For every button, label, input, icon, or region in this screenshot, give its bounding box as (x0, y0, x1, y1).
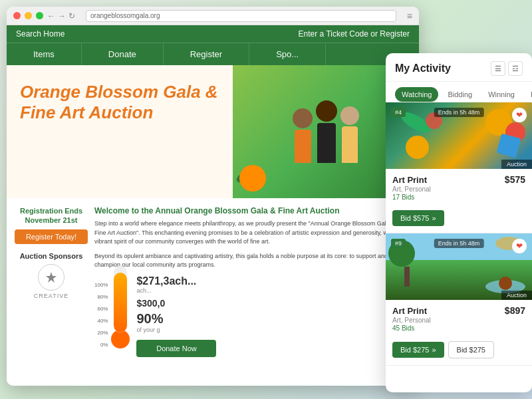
bid-button-1[interactable]: Bid $575 » (392, 210, 444, 226)
activity-title: My Activity (395, 63, 451, 74)
thermometer-wrapper: 100% 80% 60% 40% 20% 0% (94, 275, 130, 348)
raised-amount: $271,3ach... (136, 275, 411, 287)
registration-label: Registration Ends November 21st (15, 206, 88, 225)
search-home-link[interactable]: Search Home (16, 29, 65, 39)
hero-text: Orange Blossom Gala & Fine Art Auction (7, 65, 233, 198)
sponsors-box: Auction Sponsors CREATIVE (15, 252, 88, 299)
address-text: orangeblossomgala.org (90, 12, 160, 19)
more-icon[interactable]: ≡ (407, 11, 412, 21)
hero-title: Orange Blossom Gala & Fine Art Auction (20, 82, 219, 123)
bid-button-label-1: Bid $575 (400, 214, 429, 222)
view-toggle: ☰ ☲ (491, 61, 523, 76)
register-today-button[interactable]: Register Today! (15, 229, 88, 244)
item-card-2: #9 Ends in 5h 48m ❤ Auction Art Print $8… (386, 233, 532, 366)
forward-icon[interactable]: → (58, 11, 66, 21)
browser-nav: ← → ↻ (47, 11, 75, 21)
people-photo (293, 100, 359, 163)
tab-purchases[interactable]: Purchases (524, 87, 532, 102)
activity-panel: My Activity ☰ ☲ Watching Bidding Winning… (386, 53, 532, 392)
welcome-text-1: Step into a world where elegance meets p… (94, 219, 411, 247)
thermometer (114, 266, 127, 332)
item-category-2: Art, Personal (392, 317, 525, 324)
raised-label: ach... (136, 287, 411, 294)
site-navbar: Items Donate Register Spo... (7, 43, 419, 65)
thermometer-section: 100% 80% 60% 40% 20% 0% (94, 275, 411, 357)
sponsor-name: CREATIVE (34, 293, 68, 299)
minimize-button[interactable] (25, 12, 32, 19)
item-actions-1: Bid $575 » (386, 206, 532, 233)
goal-percent: 90% (136, 311, 411, 327)
item-bids-1: 17 Bids (392, 194, 525, 201)
item-image-1: #4 Ends in 5h 48m ❤ Auction (386, 102, 532, 169)
bid-button-2[interactable]: Bid $275 » (392, 342, 444, 358)
item-price-2: $897 (505, 305, 525, 316)
nav-sponsors[interactable]: Spo... (249, 43, 326, 65)
donation-stats: $271,3ach... ach... $300,0 90% of your g… (136, 275, 411, 357)
left-sidebar: Registration Ends November 21st Register… (15, 206, 88, 378)
item-auction-label-1: Auction (501, 160, 532, 169)
item-card-1: #4 Ends in 5h 48m ❤ Auction Art Print $5… (386, 102, 532, 233)
reload-icon[interactable]: ↻ (68, 11, 75, 21)
alt-bid-button-2[interactable]: Bid $275 (448, 341, 494, 358)
nav-donate[interactable]: Donate (82, 43, 164, 65)
main-content: Registration Ends November 21st Register… (7, 198, 419, 386)
orange-decor (239, 165, 266, 192)
therm-scale: 100% 80% 60% 40% 20% 0% (94, 282, 108, 348)
grid-view-icon[interactable]: ☲ (508, 61, 523, 76)
browser-window: ← → ↻ orangeblossomgala.org ≡ Search Hom… (7, 7, 419, 386)
sponsors-label: Auction Sponsors (15, 252, 88, 260)
activity-tabs: Watching Bidding Winning Purchases (386, 82, 532, 102)
item-heart-2[interactable]: ❤ (512, 239, 527, 253)
browser-titlebar: ← → ↻ orangeblossomgala.org ≡ (7, 7, 419, 25)
item-bids-2: 45 Bids (392, 325, 525, 332)
item-info-1: Art Print $575 Art, Personal 17 Bids (386, 169, 532, 206)
item-number-badge-2: #9 (391, 239, 406, 248)
welcome-title: Welcome to the Annual Orange Blossom Gal… (94, 206, 411, 215)
item-auction-label-2: Auction (501, 291, 532, 300)
therm-fill (114, 273, 127, 332)
tab-winning[interactable]: Winning (481, 87, 521, 102)
maximize-button[interactable] (36, 12, 43, 19)
list-view-icon[interactable]: ☰ (491, 61, 505, 76)
middle-content: Welcome to the Annual Orange Blossom Gal… (94, 206, 411, 378)
address-bar[interactable]: orangeblossomgala.org (86, 10, 396, 22)
tab-watching[interactable]: Watching (395, 87, 438, 102)
item-name-1: Art Print (392, 175, 427, 185)
item-category-1: Art, Personal (392, 186, 525, 193)
item-heart-1[interactable]: ❤ (512, 108, 527, 122)
item-price-1: $575 (505, 174, 525, 185)
item-info-2: Art Print $897 Art, Personal 45 Bids (386, 300, 532, 337)
ticket-register-link[interactable]: Enter a Ticket Code or Register (299, 29, 410, 39)
tab-bidding[interactable]: Bidding (441, 87, 479, 102)
welcome-text-2: Beyond its opulent ambiance and captivat… (94, 252, 411, 270)
hero-section: Orange Blossom Gala & Fine Art Auction (7, 65, 419, 198)
item-image-2: #9 Ends in 5h 48m ❤ Auction (386, 233, 532, 300)
nav-items[interactable]: Items (7, 43, 82, 65)
svg-marker-0 (46, 272, 57, 283)
activity-header: My Activity ☰ ☲ (386, 53, 532, 82)
item-time-2: Ends in 5h 48m (434, 239, 484, 248)
sponsor-logo-image (38, 264, 65, 291)
chevron-right-icon-2: » (432, 346, 436, 354)
close-button[interactable] (13, 12, 21, 19)
item-number-badge-1: #4 (391, 108, 406, 117)
chevron-right-icon-1: » (432, 214, 436, 222)
item-name-2: Art Print (392, 306, 427, 316)
goal-amount: $300,0 (136, 298, 411, 309)
site-topbar: Search Home Enter a Ticket Code or Regis… (7, 25, 419, 43)
bid-button-label-2: Bid $275 (400, 346, 429, 354)
goal-label: of your g (136, 327, 411, 333)
nav-register[interactable]: Register (164, 43, 249, 65)
donate-now-button[interactable]: Donate Now (136, 340, 216, 357)
sponsor-logo: CREATIVE (15, 264, 88, 299)
back-icon[interactable]: ← (47, 11, 55, 21)
item-time-1: Ends in 5h 48m (434, 108, 484, 117)
therm-bulb (111, 330, 130, 348)
registration-box: Registration Ends November 21st Register… (15, 206, 88, 244)
item-actions-2: Bid $275 » Bid $275 (386, 337, 532, 365)
